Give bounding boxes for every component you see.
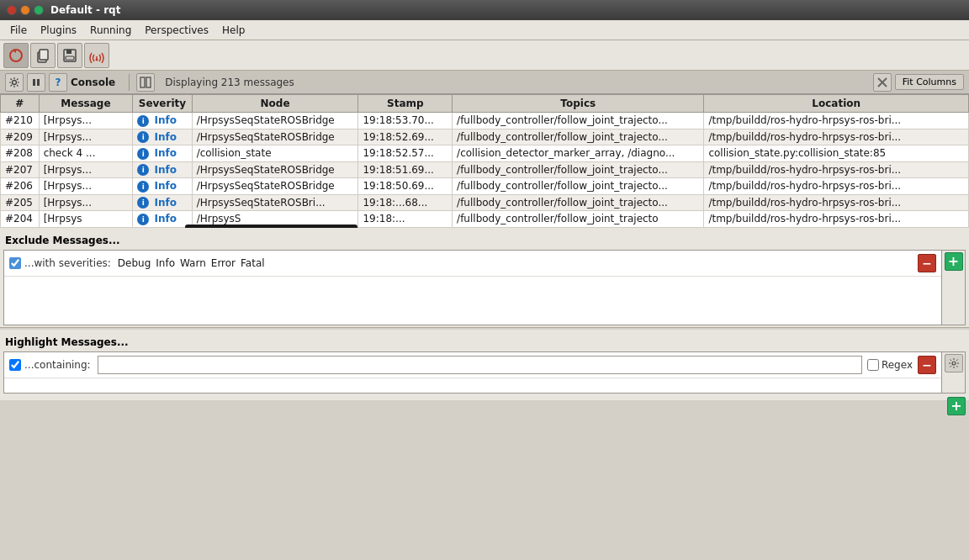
menu-file[interactable]: File [3,23,34,38]
menu-help[interactable]: Help [215,23,252,38]
minimize-button[interactable] [20,5,30,15]
col-message: Message [39,95,133,113]
severity-warn[interactable]: Warn [180,257,206,269]
severity-info[interactable]: Info [156,257,175,269]
message-count: Displaying 213 messages [158,77,870,88]
info-icon: i [137,197,149,209]
highlight-label: ...containing: [24,359,91,371]
title-bar: Default - rqt [0,0,969,20]
layout-icon [140,77,151,88]
col-stamp: Stamp [358,95,453,113]
exclude-add-button[interactable]: + [945,252,963,271]
highlight-add-button[interactable]: + [947,397,966,415]
svg-point-14 [952,362,956,365]
svg-rect-11 [146,77,151,87]
col-location: Location [704,95,969,113]
signal-icon [89,48,104,63]
table-row[interactable]: #206[Hrpsys...i Info/HrpsysSeqStateROSBr… [1,178,969,195]
console-header: ? Console Displaying 213 messages Fit Co… [0,71,969,94]
menu-running[interactable]: Running [83,23,138,38]
clear-icon [876,77,888,88]
table-header: # Message Severity Node Stamp Topics Loc… [1,95,969,113]
table-row[interactable]: #204[Hrpsysi Info/HrpsysS19:18:.../fullb… [1,211,969,228]
toolbar [0,40,969,71]
window-title: Default - rqt [50,4,120,16]
info-icon: i [137,115,149,127]
severity-tags: Debug Info Warn Error Fatal [118,257,918,269]
menu-plugins[interactable]: Plugins [34,23,83,38]
toolbar-save-button[interactable] [57,43,82,68]
highlight-checkbox[interactable] [9,359,21,371]
clear-button[interactable] [873,73,892,92]
reset-icon [8,48,24,63]
table-row[interactable]: #207[Hrpsys...i Info/HrpsysSeqStateROSBr… [1,161,969,178]
pause-icon [30,77,42,88]
svg-rect-5 [66,56,74,60]
col-node: Node [192,95,358,113]
console-pause-button[interactable] [27,73,45,92]
maximize-button[interactable] [34,5,44,15]
svg-rect-2 [40,50,48,60]
table-row[interactable]: #205[Hrpsys...i Info/HrpsysSeqStateROSBr… [1,194,969,211]
copy-icon [35,48,50,63]
close-button[interactable] [7,5,17,15]
svg-rect-9 [37,79,40,86]
table-row[interactable]: #210[Hrpsys...i Info/HrpsysSeqStateROSBr… [1,113,969,129]
table-body: #210[Hrpsys...i Info/HrpsysSeqStateROSBr… [1,113,969,228]
save-icon [62,48,77,63]
toolbar-signal-button[interactable] [84,43,109,68]
console-settings-button[interactable] [5,73,24,92]
info-icon: i [137,164,149,176]
regex-checkbox[interactable] [867,359,879,371]
add-icon-2: + [950,398,961,414]
highlight-title: Highlight Messages... [3,333,966,351]
exclude-label: ...with severities: [24,257,111,269]
info-icon: i [137,131,149,143]
svg-point-6 [96,58,98,61]
info-icon: i [137,214,149,225]
svg-rect-4 [66,50,71,54]
col-severity: Severity [133,95,192,113]
fit-columns-button[interactable]: Fit Columns [895,74,964,90]
menu-bar: File Plugins Running Perspectives Help [0,20,969,40]
highlight-input[interactable] [98,356,862,374]
remove-icon: − [922,256,932,270]
table-row[interactable]: #209[Hrpsys...i Info/HrpsysSeqStateROSBr… [1,129,969,145]
svg-rect-10 [140,77,145,87]
console-help-button[interactable]: ? [49,73,67,92]
toolbar-copy-button[interactable] [30,43,56,68]
svg-rect-8 [33,79,35,86]
regex-label: Regex [882,359,913,371]
col-num: # [1,95,40,113]
info-icon: i [137,181,149,193]
svg-point-7 [13,80,17,84]
exclude-row: ...with severities: Debug Info Warn Erro… [4,251,941,277]
highlight-settings-button[interactable] [945,354,963,372]
info-icon: i [137,148,149,160]
exclude-remove-button[interactable]: − [918,254,936,272]
settings-icon-2 [948,357,960,369]
highlight-section: Highlight Messages... ...containing: Reg… [0,330,969,400]
remove-icon-2: − [922,358,932,372]
menu-perspectives[interactable]: Perspectives [138,23,215,38]
toolbar-reset-button[interactable] [3,43,29,68]
settings-icon [8,77,20,88]
col-topics: Topics [453,95,704,113]
main-content: ? Console Displaying 213 messages Fit Co… [0,71,969,400]
exclude-checkbox[interactable] [9,257,21,269]
table-row[interactable]: #208check 4 ...i Info/collision_state19:… [1,145,969,162]
message-table: # Message Severity Node Stamp Topics Loc… [0,94,969,228]
exclude-title: Exclude Messages... [3,231,966,250]
console-layout-button[interactable] [136,73,155,92]
severity-debug[interactable]: Debug [118,257,151,269]
exclude-section: Exclude Messages... ...with severities: … [0,228,969,328]
add-icon: + [948,253,959,269]
table-area: # Message Severity Node Stamp Topics Loc… [0,94,969,228]
console-title: Console [71,77,115,88]
highlight-remove-button[interactable]: − [918,356,936,374]
highlight-row: ...containing: Regex − [4,352,941,378]
severity-error[interactable]: Error [211,257,236,269]
severity-fatal[interactable]: Fatal [241,257,265,269]
